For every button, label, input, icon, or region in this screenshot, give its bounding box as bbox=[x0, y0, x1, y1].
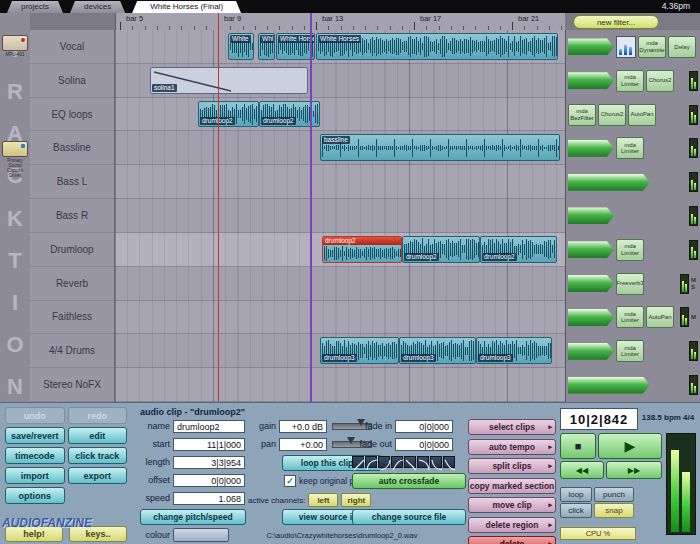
plugin-chorus2[interactable]: Chorus2 bbox=[598, 104, 626, 126]
track-name-stereo-nofx[interactable]: Stereo NoFX bbox=[30, 368, 114, 402]
click-toggle[interactable]: click bbox=[560, 503, 592, 518]
volume-pan-filter[interactable] bbox=[568, 275, 614, 292]
audio-clip-drumloop2[interactable]: drumloop2 bbox=[480, 236, 557, 263]
channel-right-button[interactable]: right bbox=[341, 493, 371, 507]
fade-shape-button[interactable] bbox=[443, 456, 455, 468]
plugin-chorus2[interactable]: Chorus2 bbox=[646, 70, 674, 92]
volume-pan-filter[interactable] bbox=[568, 140, 614, 157]
start-field[interactable]: 11|1|000 bbox=[173, 438, 245, 451]
volume-pan-filter[interactable] bbox=[568, 38, 614, 55]
audio-clip-whi[interactable]: Whi bbox=[258, 33, 275, 60]
play-button[interactable]: ▶ bbox=[598, 433, 662, 459]
track-name-4-4-drums[interactable]: 4/4 Drums bbox=[30, 334, 114, 368]
plugin-mda-bezfilter[interactable]: mda BezFilter bbox=[568, 104, 596, 126]
change-source-file-button[interactable]: change source file bbox=[352, 509, 466, 525]
track-lane-bass-l[interactable] bbox=[115, 165, 565, 199]
edit-button[interactable]: edit bbox=[68, 427, 128, 444]
audio-clip-bassline[interactable]: bassline bbox=[320, 134, 560, 161]
tab-devices[interactable]: devices bbox=[70, 1, 125, 13]
import-button[interactable]: import bbox=[5, 467, 65, 484]
track-name-faithless[interactable]: Faithless bbox=[30, 301, 114, 335]
fade-shape-button[interactable] bbox=[417, 456, 429, 468]
fade-shape-button[interactable] bbox=[391, 456, 403, 468]
offset-field[interactable]: 0|0|000 bbox=[173, 474, 245, 487]
click-track-button[interactable]: click track bbox=[68, 447, 128, 464]
punch-toggle[interactable]: punch bbox=[594, 487, 634, 502]
forward-button[interactable]: ▶▶ bbox=[606, 461, 662, 479]
fade-shape-button[interactable] bbox=[365, 456, 377, 468]
audio-clip-drumloop3[interactable]: drumloop3 bbox=[320, 337, 399, 364]
track-lane-stereo-nofx[interactable] bbox=[115, 368, 565, 402]
midi-device[interactable]: MPU-401 bbox=[2, 35, 28, 57]
audio-clip-drumloop3[interactable]: drumloop3 bbox=[476, 337, 552, 364]
split-clips-button[interactable]: split clips▸ bbox=[468, 458, 556, 474]
track-name-eq-loops[interactable]: EQ loops bbox=[30, 98, 114, 132]
tempo-display[interactable]: 138.5 bpm 4/4 bbox=[638, 413, 698, 422]
mute-solo-buttons[interactable]: M bbox=[691, 314, 698, 321]
tab-white-horses-final[interactable]: White Horses (Final) bbox=[132, 1, 241, 13]
fade-in-field[interactable]: 0|0|000 bbox=[395, 420, 453, 433]
track-lane-bass-r[interactable] bbox=[115, 199, 565, 233]
fade-shape-button[interactable] bbox=[378, 456, 390, 468]
track-lane-4-4-drums[interactable]: drumloop3drumloop3drumloop3 bbox=[115, 334, 565, 368]
gain-field[interactable]: +0.0 dB bbox=[279, 420, 327, 433]
plugin-autopan[interactable]: AutoPan bbox=[646, 306, 674, 328]
fade-out-field[interactable]: 0|0|000 bbox=[395, 438, 453, 451]
fade-shape-button[interactable] bbox=[352, 456, 364, 468]
volume-pan-filter[interactable] bbox=[568, 309, 614, 326]
tab-projects[interactable]: projects bbox=[7, 1, 63, 13]
channel-left-button[interactable]: left bbox=[308, 493, 338, 507]
plugin-mda-dynamite[interactable]: mda Dynamite bbox=[638, 36, 666, 58]
track-name-bass-l[interactable]: Bass L bbox=[30, 165, 114, 199]
pan-field[interactable]: +0.00 bbox=[279, 438, 327, 451]
change-pitch-speed-button[interactable]: change pitch/speed bbox=[140, 509, 246, 525]
volume-pan-filter[interactable] bbox=[568, 72, 614, 89]
delete-button[interactable]: delete▸ bbox=[468, 536, 556, 544]
audio-clip-white-horses[interactable]: White Horses bbox=[316, 33, 558, 60]
arrangement-grid[interactable]: WhiteWhiWhite HorsesWhite Horsessolina1d… bbox=[115, 30, 565, 402]
audio-device[interactable]: Primary Sound Capture Driver bbox=[2, 141, 28, 178]
length-field[interactable]: 3|3|954 bbox=[173, 456, 245, 469]
volume-pan-filter[interactable] bbox=[568, 207, 614, 224]
save-revert-button[interactable]: save/revert bbox=[5, 427, 65, 444]
track-name-solina[interactable]: Solina bbox=[30, 64, 114, 98]
track-name-reverb[interactable]: Reverb bbox=[30, 267, 114, 301]
track-lane-vocal[interactable]: WhiteWhiWhite HorsesWhite Horses bbox=[115, 30, 565, 64]
plugin-mda-limiter[interactable]: mda Limiter bbox=[616, 70, 644, 92]
new-filter-button[interactable]: new filter... bbox=[573, 15, 659, 29]
volume-pan-filter[interactable] bbox=[568, 241, 614, 258]
select-clips-button[interactable]: select clips▸ bbox=[468, 419, 556, 435]
track-lane-faithless[interactable] bbox=[115, 301, 565, 335]
speed-field[interactable]: 1.068 bbox=[173, 492, 245, 505]
rewind-button[interactable]: ◀◀ bbox=[560, 461, 604, 479]
timecode-button[interactable]: timecode bbox=[5, 447, 65, 464]
loop-toggle[interactable]: loop bbox=[560, 487, 592, 502]
track-lane-eq-loops[interactable]: drumloop2drumloop2 bbox=[115, 98, 565, 132]
time-display[interactable]: 10|2|842 bbox=[560, 408, 638, 430]
clip-title-bar[interactable]: drumloop2 bbox=[323, 237, 401, 245]
track-lane-bassline[interactable]: bassline bbox=[115, 131, 565, 165]
plugin-autopan[interactable]: AutoPan bbox=[628, 104, 656, 126]
track-lane-reverb[interactable] bbox=[115, 267, 565, 301]
options-button[interactable]: options bbox=[5, 487, 65, 504]
track-lane-solina[interactable]: solina1 bbox=[115, 64, 565, 98]
track-name-vocal[interactable]: Vocal bbox=[30, 30, 114, 64]
copy-marked-section-button[interactable]: copy marked section bbox=[468, 478, 556, 494]
name-field[interactable]: drumloop2 bbox=[173, 420, 245, 433]
track-name-drumloop[interactable]: Drumloop bbox=[30, 233, 114, 267]
volume-pan-filter[interactable] bbox=[568, 174, 650, 191]
track-name-bass-r[interactable]: Bass R bbox=[30, 199, 114, 233]
audio-clip-solina1[interactable]: solina1 bbox=[150, 67, 308, 94]
audio-clip-drumloop2[interactable]: drumloop2 bbox=[402, 236, 480, 263]
audio-clip-drumloop2[interactable]: drumloop2 bbox=[259, 101, 320, 128]
move-clip-button[interactable]: move clip▸ bbox=[468, 497, 556, 513]
ruler[interactable]: bar 5bar 9bar 13bar 17bar 21 bbox=[115, 13, 565, 30]
audio-clip-drumloop2[interactable]: drumloop2 bbox=[322, 236, 402, 263]
fade-shape-button[interactable] bbox=[430, 456, 442, 468]
level-meter-filter[interactable] bbox=[616, 36, 636, 58]
track-name-bassline[interactable]: Bassline bbox=[30, 131, 114, 165]
audio-clip-white-horses[interactable]: White Horses bbox=[276, 33, 315, 60]
plugin-mda-limiter[interactable]: mda Limiter bbox=[616, 340, 644, 362]
stop-button[interactable]: ■ bbox=[560, 433, 596, 459]
export-button[interactable]: export bbox=[68, 467, 128, 484]
